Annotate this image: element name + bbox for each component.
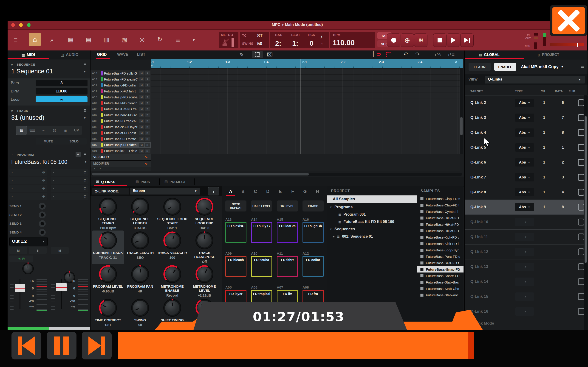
slot-power-icon[interactable]: ⊙ xyxy=(83,170,86,174)
main-mode-button[interactable]: ⌂ xyxy=(29,33,41,46)
loop-toggle[interactable]: ∞ xyxy=(36,96,87,102)
insert-slot[interactable]: ▾ ⊙ xyxy=(51,169,88,176)
slot-power-icon[interactable]: ⊙ xyxy=(42,170,45,174)
tree-all-samples[interactable]: All Samples xyxy=(327,195,417,203)
qlink-row[interactable]: Q-Link 8 Abs ▼ 1 4 xyxy=(465,185,584,200)
slot-power-icon[interactable]: ⊙ xyxy=(42,194,45,198)
qlink-flip-checkbox[interactable] xyxy=(578,308,584,315)
pad-button[interactable]: FD o..geBb xyxy=(303,222,324,243)
track-row[interactable]: A12 FutureBas.c-FD collar M S xyxy=(90,82,151,88)
pad-button[interactable]: FD fahrt xyxy=(277,256,298,277)
sample-row[interactable]: FutureBass-Snare-FD xyxy=(417,273,464,279)
track-mute-button[interactable]: M xyxy=(139,95,144,99)
expand-icon[interactable]: ▶ xyxy=(333,235,335,238)
tree-sequences[interactable]: ▼ Sequences xyxy=(327,226,417,233)
qlink-row[interactable]: Q-Link 14 ▼ xyxy=(465,274,584,289)
modifier-lane-header[interactable]: MODIFIER ∿ xyxy=(90,161,151,167)
pencil-tool-icon[interactable]: ✎ xyxy=(239,52,243,58)
grid-hscrollbar[interactable] xyxy=(92,173,462,176)
video-progress-bar[interactable] xyxy=(118,332,474,359)
qlink-flip-checkbox[interactable] xyxy=(578,129,584,136)
qlink-knob[interactable] xyxy=(165,301,179,315)
qlink-knob[interactable] xyxy=(101,200,115,214)
pad-button[interactable]: FD alexisC xyxy=(225,222,246,243)
track-mute-button[interactable]: M xyxy=(139,125,144,129)
slot-power-icon[interactable]: ⊙ xyxy=(42,178,45,182)
right-scrollbar[interactable] xyxy=(584,95,587,330)
qlink-type-select[interactable]: ▼ xyxy=(515,292,534,301)
enable-button[interactable]: ENABLE xyxy=(494,63,516,71)
modifier-automation-icon[interactable]: ∿ xyxy=(145,161,148,166)
collapse-icon[interactable]: ▼ xyxy=(330,228,332,231)
insert-slot[interactable]: ▾ ⊙ xyxy=(51,177,88,184)
pad-function-button[interactable]: 16 LEVEL xyxy=(277,200,298,211)
bank-tab[interactable]: E xyxy=(274,189,286,196)
sample-row[interactable]: FutureBass-HiHat-FD xyxy=(417,227,464,234)
tab-midi[interactable]: ▦ MIDI xyxy=(8,50,49,59)
qlink-flip-checkbox[interactable] xyxy=(578,174,584,181)
bank-tab[interactable]: G xyxy=(299,189,311,196)
master-volume-handle[interactable] xyxy=(577,43,578,47)
track-solo-button[interactable]: S xyxy=(145,95,150,99)
minimize-window-button[interactable] xyxy=(19,23,23,27)
track-row[interactable]: A07 FutureBas.nare-FD liv M S xyxy=(90,112,151,118)
track-mute-button[interactable]: M xyxy=(139,77,144,81)
qlink-knob-cell[interactable]: PROGRAM PAN 4R xyxy=(124,264,156,298)
sample-row[interactable]: FutureBass-Loop-Syn xyxy=(417,247,464,253)
qlink-row[interactable]: Q-Link 9 Abs ▼ 1 8 xyxy=(465,200,584,215)
qlink-knob[interactable] xyxy=(197,267,212,281)
track-solo-button[interactable]: S xyxy=(145,77,150,81)
menu-icon[interactable]: ≡ xyxy=(14,36,18,44)
video-next-button[interactable] xyxy=(82,332,112,359)
sample-row[interactable]: FutureBass-Kick-FD l xyxy=(417,240,464,247)
strip2-fader[interactable] xyxy=(61,279,62,309)
velocity-lane-header[interactable]: VELOCITY ∿ xyxy=(90,154,151,161)
tab-audio[interactable]: ◫ AUDIO xyxy=(49,50,90,59)
bank-tab[interactable]: D xyxy=(262,189,274,196)
undo-icon[interactable]: ↶ xyxy=(403,51,408,58)
grid-vscrollbar[interactable] xyxy=(460,68,463,154)
sample-row[interactable]: FutureBass-Snap-FD xyxy=(417,266,464,273)
next-sequence-icon[interactable]: ≣ xyxy=(175,36,180,43)
qlink-type-select[interactable]: Abs ▼ xyxy=(515,203,534,211)
view-select[interactable]: Q-Links ▼ xyxy=(485,76,585,83)
track-row[interactable]: A06 FutureBas.FD trapical M S xyxy=(90,118,151,124)
qlink-knob-cell[interactable]: METRONOMELEVEL +2.12dB xyxy=(188,264,221,298)
track-solo-button[interactable]: S xyxy=(145,113,150,117)
add-program-button[interactable]: + xyxy=(76,152,81,157)
qlink-knob-cell[interactable]: SEQUENCELOOP END Bar: 3 xyxy=(188,197,221,231)
qlink-knob-cell[interactable]: TRACK LENGTH SEQ xyxy=(124,231,156,264)
program-selector[interactable]: FutureBass. Kit 05 100 ▾ xyxy=(8,158,90,167)
qlink-type-select[interactable]: Abs ▼ xyxy=(515,114,534,122)
qlink-knob[interactable] xyxy=(197,200,212,214)
track-solo-button[interactable]: S xyxy=(145,83,150,87)
play-start-button[interactable] xyxy=(460,33,474,47)
sequence-selector[interactable]: 1 Sequence 01 ▾ xyxy=(8,67,90,77)
track-menu-icon[interactable]: ≣ xyxy=(83,108,86,113)
qlink-knob-cell[interactable]: SEQUENCETEMPO 110.0 bpm xyxy=(92,197,124,231)
sync-icon[interactable]: ↻ xyxy=(157,36,162,43)
qlink-knob-cell[interactable]: SHIFT TIMING 0 xyxy=(156,298,188,332)
qlink-flip-checkbox[interactable] xyxy=(578,278,584,285)
qlink-info-button[interactable]: i xyxy=(208,187,219,195)
insert-slot[interactable]: ▾ ⊙ xyxy=(9,185,47,192)
qlink-type-select[interactable]: ▼ xyxy=(515,233,534,241)
insert-slot[interactable]: ▾ ⊙ xyxy=(9,193,47,200)
qlink-flip-checkbox[interactable] xyxy=(578,234,584,240)
qlink-flip-checkbox[interactable] xyxy=(578,144,584,151)
tab-list[interactable]: LIST xyxy=(137,52,145,57)
program-collapse-icon[interactable]: › xyxy=(11,152,12,156)
qlink-flip-checkbox[interactable] xyxy=(578,263,584,270)
lane-collapse-icon[interactable]: ∨ xyxy=(93,167,95,170)
slot-power-icon[interactable]: ⊙ xyxy=(83,178,86,182)
qlink-row[interactable]: Q-Link 11 ▼ xyxy=(465,230,584,244)
track-mute-button[interactable]: M xyxy=(139,71,144,75)
qlink-row[interactable]: Q-Link 15 ▼ xyxy=(465,289,584,304)
track-type-midi[interactable]: ◍ xyxy=(49,126,60,135)
record-in-button[interactable]: IN xyxy=(414,33,427,47)
tree-sequence-001[interactable]: ▶ ≣ 001: Sequence 01 xyxy=(327,233,417,240)
strip1-solo-button[interactable]: S xyxy=(29,247,47,254)
sequence-menu-icon[interactable]: ≣ xyxy=(83,62,86,66)
track-type-drum[interactable]: ▦ xyxy=(16,126,27,135)
pad-function-button[interactable]: ERASE xyxy=(303,200,324,211)
